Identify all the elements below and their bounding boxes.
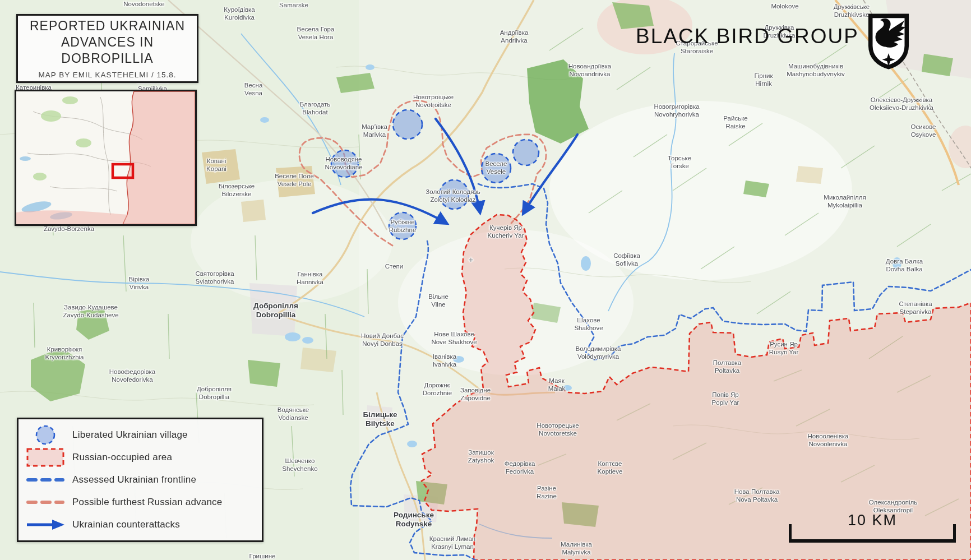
map-label: НовогригорівкаNovohryhorivka <box>654 103 699 119</box>
map-label: ВірівкаVirivka <box>129 276 150 291</box>
map-label: ТорськеTorske <box>668 155 691 170</box>
map-label: РодинськеRodynske <box>394 511 434 529</box>
map-label: Олексієво-ДружківкаOleksiievo-Druzhkivka <box>870 96 933 112</box>
map-label: Довга БалкаDovha Balka <box>886 258 923 274</box>
map-label: Мар'ївкаMarivka <box>362 123 387 139</box>
legend-item: Ukrainian counterattacks <box>19 513 262 536</box>
map-label: НовотроїцькеNovotroitske <box>413 94 454 109</box>
map-label: КопаніKopani <box>206 158 226 173</box>
legend-item: Possible furthest Russian advance <box>19 491 262 513</box>
map-label: ВодянськеVodianske <box>278 406 309 422</box>
occupied-area-icon <box>19 447 72 468</box>
map-subtitle: MAP BY EMIL KASTEHELMI / 15.8. <box>39 71 177 79</box>
map-label: НовооленівкаNovoolenivka <box>807 433 848 448</box>
map-title-line1: REPORTED UKRAINIAN <box>30 18 185 34</box>
map-label: АндріївкаAndriivka <box>500 29 529 45</box>
map-label: ЗаповіднеZapovidne <box>460 387 491 402</box>
map-title-line2: ADVANCES IN DOBROPILLIA <box>18 34 197 67</box>
counterattack-arrow-icon <box>19 519 72 531</box>
map-label: ШаховеShakhove <box>574 317 603 332</box>
map-label: Степи <box>385 263 404 271</box>
map-label: РубіжнеRubizhne <box>389 219 417 234</box>
map-label: Нове ШаховеNove Shakhove <box>431 331 477 346</box>
legend-box: Liberated Ukrainian villageRussian-occup… <box>17 418 263 542</box>
scale-bar-line <box>789 524 956 543</box>
inset-occupied-area <box>123 91 195 224</box>
legend-label: Russian-occupied area <box>72 452 172 463</box>
map-label: Нова ПолтавкаNova Poltavka <box>734 488 780 504</box>
swan-shield-icon <box>867 12 910 71</box>
title-card: REPORTED UKRAINIAN ADVANCES IN DOBROPILL… <box>16 14 198 83</box>
map-label: НовоандріївкаNovoandriivka <box>568 63 611 78</box>
map-label: Весела ГораVesela Hora <box>297 26 335 41</box>
ukrainian-frontline-icon <box>19 476 72 483</box>
map-label: МаякMaiak <box>548 377 566 393</box>
map-label: ЗатишокZatyshok <box>468 449 494 465</box>
legend-label: Possible furthest Russian advance <box>72 497 222 508</box>
legend-label: Ukrainian counterattacks <box>72 519 180 530</box>
map-label: КоптєвеKoptieve <box>598 460 623 476</box>
map-label: ВільнеVilne <box>428 293 448 309</box>
russian-advance-icon <box>19 499 72 506</box>
map-label: ДорожнєDorozhnie <box>423 382 452 397</box>
map-label: Попів ЯрPopiv Yar <box>712 391 739 407</box>
map-label: Русин ЯрRusyn Yar <box>769 341 799 357</box>
map-label: Новий ДонбасNovyi Donbas <box>361 332 404 348</box>
map-label: ГаннівкаHannivka <box>297 271 323 286</box>
map-label: ГірникHirnik <box>755 72 773 88</box>
map-label: КуроїдівкаKuroidivka <box>224 6 255 22</box>
map-poster: NovodonetskeКуроїдівкаKuroidivkaSamarske… <box>0 0 971 560</box>
map-label: ДобропілляDobropillia <box>253 302 298 320</box>
map-label: + <box>469 254 474 265</box>
map-label: МашинобудівниківMashynobudyvnykiv <box>787 63 845 78</box>
legend-label: Liberated Ukrainian village <box>72 429 188 441</box>
liberated-village-icon <box>19 424 72 446</box>
map-label: БілозерськеBilozerske <box>219 183 255 198</box>
map-label: Samarske <box>279 2 308 10</box>
map-label: Гришине <box>249 553 276 560</box>
map-label: ОсиковеOsykove <box>910 123 936 139</box>
map-label: МиколайпілляMykolaipillia <box>824 194 866 210</box>
map-label: Завидо-КудашевеZavydo-Kudasheve <box>63 304 118 320</box>
map-label: РазінеRazine <box>537 485 557 501</box>
map-label: МалинівкаMalynivka <box>561 541 592 557</box>
legend-item: Russian-occupied area <box>19 446 262 469</box>
map-label: Веселе ПолеVesele Pole <box>275 173 314 188</box>
map-label: Красний ЛиманKrasnyi Lyman <box>429 535 475 551</box>
map-label: НовофедорівкаNovofedorivka <box>109 368 156 384</box>
map-label: ДобропілляDobropillia <box>197 386 232 401</box>
legend-item: Assessed Ukrainian frontline <box>19 469 262 491</box>
map-label: ФедорівкаFedorivka <box>505 460 535 476</box>
map-label: БілицькеBilytske <box>363 410 397 428</box>
map-label: КриворіжжяKryvorizhzhia <box>45 346 84 362</box>
map-label: Zavydo-Borzenka <box>44 225 94 233</box>
map-label: Novodonetske <box>123 1 165 8</box>
map-label: НовоторецькеNovotoretske <box>537 422 579 438</box>
map-label: ВеселеVesele <box>486 160 507 176</box>
map-label: ШевченкоShevchenko <box>282 457 317 473</box>
map-label: Кучерів ЯрKucheriv Yar <box>488 224 524 240</box>
map-label: БлагодатьBlahodat <box>300 101 331 117</box>
legend-item: Liberated Ukrainian village <box>19 424 262 446</box>
map-label: ДружківськеDruzhkivske <box>834 3 870 19</box>
legend-items: Liberated Ukrainian villageRussian-occup… <box>19 424 262 536</box>
map-label: СофіївкаSofiivka <box>613 252 640 268</box>
map-label: Золотий КолодязьZolotyi Kolodiaz <box>426 188 480 204</box>
legend-label: Assessed Ukrainian frontline <box>72 474 196 485</box>
map-label: СвятогорівкаSviatohorivka <box>195 270 234 286</box>
map-label: СтепанівкаStepanivka <box>899 300 932 316</box>
map-label: Molokove <box>771 3 798 11</box>
inset-locator-map <box>15 90 197 226</box>
map-label: ПолтавкаPoltavka <box>713 359 741 375</box>
map-label: ВеснаVesna <box>244 82 263 98</box>
brand-name: BLACK BIRD GROUP <box>636 25 859 48</box>
map-label: ВолодимирівкаVolodymyrivka <box>576 345 621 361</box>
map-label: РайськеRaiske <box>723 115 747 131</box>
map-label: НововодянеNovovodiane <box>325 156 362 172</box>
black-bird-logo <box>867 12 910 71</box>
map-label: ІванівкаIvanivka <box>433 353 456 369</box>
scale-bar: 10 KM <box>789 517 956 543</box>
inset-map-canvas <box>16 91 195 224</box>
